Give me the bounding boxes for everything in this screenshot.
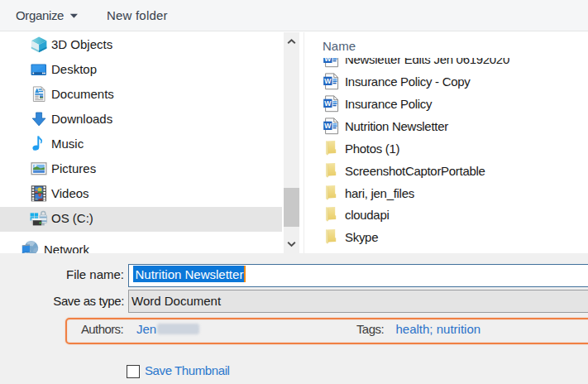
svg-text:W: W xyxy=(324,122,332,130)
svg-text:W: W xyxy=(324,77,332,85)
svg-text:W: W xyxy=(324,99,332,108)
svg-text:W: W xyxy=(324,58,332,63)
